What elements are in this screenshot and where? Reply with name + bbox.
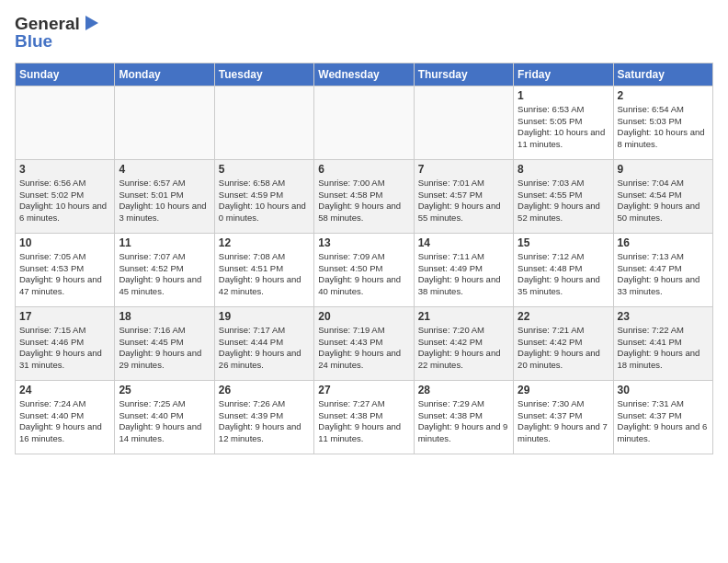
day-number: 22 — [518, 310, 609, 323]
day-info: Sunrise: 6:56 AMSunset: 5:02 PMDaylight:… — [19, 178, 110, 224]
calendar-week-row: 3Sunrise: 6:56 AMSunset: 5:02 PMDaylight… — [16, 159, 713, 233]
day-info: Sunrise: 7:19 AMSunset: 4:43 PMDaylight:… — [318, 325, 409, 372]
day-info: Sunrise: 7:08 AMSunset: 4:51 PMDaylight:… — [219, 251, 310, 298]
calendar-day-cell: 29Sunrise: 7:30 AMSunset: 4:37 PMDayligh… — [514, 380, 613, 454]
calendar-day-cell: 13Sunrise: 7:09 AMSunset: 4:50 PMDayligh… — [314, 233, 414, 306]
weekday-header-wednesday: Wednesday — [314, 63, 414, 86]
day-info: Sunrise: 7:27 AMSunset: 4:38 PMDaylight:… — [318, 398, 409, 445]
day-number: 25 — [119, 384, 210, 396]
calendar-week-row: 24Sunrise: 7:24 AMSunset: 4:40 PMDayligh… — [16, 380, 713, 454]
day-info: Sunrise: 7:22 AMSunset: 4:41 PMDaylight:… — [618, 325, 709, 372]
calendar-header-row: SundayMondayTuesdayWednesdayThursdayFrid… — [16, 63, 713, 86]
calendar-day-cell: 2Sunrise: 6:54 AMSunset: 5:03 PMDaylight… — [613, 86, 712, 159]
calendar-day-cell — [414, 86, 513, 159]
weekday-header-saturday: Saturday — [613, 63, 712, 86]
day-info: Sunrise: 7:15 AMSunset: 4:46 PMDaylight:… — [19, 325, 110, 372]
calendar-day-cell: 8Sunrise: 7:03 AMSunset: 4:55 PMDaylight… — [514, 159, 613, 233]
weekday-header-friday: Friday — [514, 63, 613, 86]
weekday-header-monday: Monday — [115, 63, 214, 86]
day-number: 5 — [219, 163, 310, 176]
calendar-day-cell: 18Sunrise: 7:16 AMSunset: 4:45 PMDayligh… — [115, 306, 214, 380]
calendar-day-cell: 17Sunrise: 7:15 AMSunset: 4:46 PMDayligh… — [16, 306, 115, 380]
calendar-day-cell: 3Sunrise: 6:56 AMSunset: 5:02 PMDaylight… — [16, 159, 115, 233]
logo-chevron-icon — [82, 13, 102, 33]
day-info: Sunrise: 7:24 AMSunset: 4:40 PMDaylight:… — [19, 398, 110, 445]
calendar-day-cell — [314, 86, 414, 159]
calendar-day-cell: 19Sunrise: 7:17 AMSunset: 4:44 PMDayligh… — [214, 306, 313, 380]
day-number: 3 — [19, 163, 110, 176]
calendar-day-cell: 15Sunrise: 7:12 AMSunset: 4:48 PMDayligh… — [514, 233, 613, 306]
day-number: 27 — [318, 384, 409, 396]
day-info: Sunrise: 7:25 AMSunset: 4:40 PMDaylight:… — [119, 398, 210, 445]
day-info: Sunrise: 7:13 AMSunset: 4:47 PMDaylight:… — [618, 251, 709, 298]
weekday-header-tuesday: Tuesday — [214, 63, 313, 86]
day-number: 13 — [318, 236, 409, 249]
day-number: 20 — [318, 310, 409, 323]
day-info: Sunrise: 7:26 AMSunset: 4:39 PMDaylight:… — [219, 398, 310, 445]
calendar-week-row: 1Sunrise: 6:53 AMSunset: 5:05 PMDaylight… — [16, 86, 713, 159]
day-number: 17 — [19, 310, 110, 323]
calendar-day-cell: 24Sunrise: 7:24 AMSunset: 4:40 PMDayligh… — [16, 380, 115, 454]
day-number: 2 — [618, 89, 709, 102]
calendar-day-cell: 22Sunrise: 7:21 AMSunset: 4:42 PMDayligh… — [514, 306, 613, 380]
calendar-day-cell: 1Sunrise: 6:53 AMSunset: 5:05 PMDaylight… — [514, 86, 613, 159]
day-number: 11 — [119, 236, 210, 249]
day-number: 21 — [418, 310, 509, 323]
day-number: 10 — [19, 236, 110, 249]
day-info: Sunrise: 7:12 AMSunset: 4:48 PMDaylight:… — [518, 251, 609, 298]
calendar-table: SundayMondayTuesdayWednesdayThursdayFrid… — [15, 63, 713, 454]
calendar-day-cell: 10Sunrise: 7:05 AMSunset: 4:53 PMDayligh… — [16, 233, 115, 306]
calendar-day-cell: 5Sunrise: 6:58 AMSunset: 4:59 PMDaylight… — [214, 159, 313, 233]
calendar-day-cell: 28Sunrise: 7:29 AMSunset: 4:38 PMDayligh… — [414, 380, 513, 454]
weekday-header-sunday: Sunday — [16, 63, 115, 86]
calendar-week-row: 10Sunrise: 7:05 AMSunset: 4:53 PMDayligh… — [16, 233, 713, 306]
logo-visual: General Blue — [15, 15, 102, 52]
day-number: 8 — [518, 163, 609, 176]
day-number: 24 — [19, 384, 110, 396]
calendar-day-cell: 30Sunrise: 7:31 AMSunset: 4:37 PMDayligh… — [613, 380, 712, 454]
calendar-day-cell: 20Sunrise: 7:19 AMSunset: 4:43 PMDayligh… — [314, 306, 414, 380]
day-number: 26 — [219, 384, 310, 396]
day-info: Sunrise: 7:21 AMSunset: 4:42 PMDaylight:… — [518, 325, 609, 372]
day-info: Sunrise: 7:11 AMSunset: 4:49 PMDaylight:… — [418, 251, 509, 298]
day-number: 19 — [219, 310, 310, 323]
day-number: 23 — [618, 310, 709, 323]
day-number: 9 — [618, 163, 709, 176]
day-info: Sunrise: 7:00 AMSunset: 4:58 PMDaylight:… — [318, 178, 409, 224]
weekday-header-thursday: Thursday — [414, 63, 513, 86]
day-number: 14 — [418, 236, 509, 249]
day-info: Sunrise: 7:09 AMSunset: 4:50 PMDaylight:… — [318, 251, 409, 298]
day-info: Sunrise: 7:05 AMSunset: 4:53 PMDaylight:… — [19, 251, 110, 298]
day-number: 6 — [318, 163, 409, 176]
calendar-day-cell: 25Sunrise: 7:25 AMSunset: 4:40 PMDayligh… — [115, 380, 214, 454]
calendar-day-cell: 4Sunrise: 6:57 AMSunset: 5:01 PMDaylight… — [115, 159, 214, 233]
day-number: 12 — [219, 236, 310, 249]
day-number: 4 — [119, 163, 210, 176]
calendar-day-cell: 21Sunrise: 7:20 AMSunset: 4:42 PMDayligh… — [414, 306, 513, 380]
calendar-day-cell: 7Sunrise: 7:01 AMSunset: 4:57 PMDaylight… — [414, 159, 513, 233]
day-info: Sunrise: 7:31 AMSunset: 4:37 PMDaylight:… — [618, 398, 709, 445]
svg-marker-0 — [85, 16, 98, 30]
logo: General Blue — [15, 15, 102, 52]
calendar-day-cell — [115, 86, 214, 159]
calendar-day-cell — [16, 86, 115, 159]
day-info: Sunrise: 7:04 AMSunset: 4:54 PMDaylight:… — [618, 178, 709, 224]
day-info: Sunrise: 6:54 AMSunset: 5:03 PMDaylight:… — [618, 104, 709, 151]
day-info: Sunrise: 6:58 AMSunset: 4:59 PMDaylight:… — [219, 178, 310, 224]
calendar-day-cell: 6Sunrise: 7:00 AMSunset: 4:58 PMDaylight… — [314, 159, 414, 233]
day-number: 29 — [518, 384, 609, 396]
day-number: 16 — [618, 236, 709, 249]
day-number: 15 — [518, 236, 609, 249]
page-header: General Blue — [15, 15, 713, 52]
day-number: 30 — [618, 384, 709, 396]
calendar-week-row: 17Sunrise: 7:15 AMSunset: 4:46 PMDayligh… — [16, 306, 713, 380]
calendar-day-cell: 26Sunrise: 7:26 AMSunset: 4:39 PMDayligh… — [214, 380, 313, 454]
calendar-day-cell: 27Sunrise: 7:27 AMSunset: 4:38 PMDayligh… — [314, 380, 414, 454]
calendar-day-cell: 16Sunrise: 7:13 AMSunset: 4:47 PMDayligh… — [613, 233, 712, 306]
day-info: Sunrise: 7:30 AMSunset: 4:37 PMDaylight:… — [518, 398, 609, 445]
day-info: Sunrise: 7:07 AMSunset: 4:52 PMDaylight:… — [119, 251, 210, 298]
day-info: Sunrise: 7:17 AMSunset: 4:44 PMDaylight:… — [219, 325, 310, 372]
calendar-day-cell: 9Sunrise: 7:04 AMSunset: 4:54 PMDaylight… — [613, 159, 712, 233]
day-number: 1 — [518, 89, 609, 102]
day-info: Sunrise: 7:20 AMSunset: 4:42 PMDaylight:… — [418, 325, 509, 372]
